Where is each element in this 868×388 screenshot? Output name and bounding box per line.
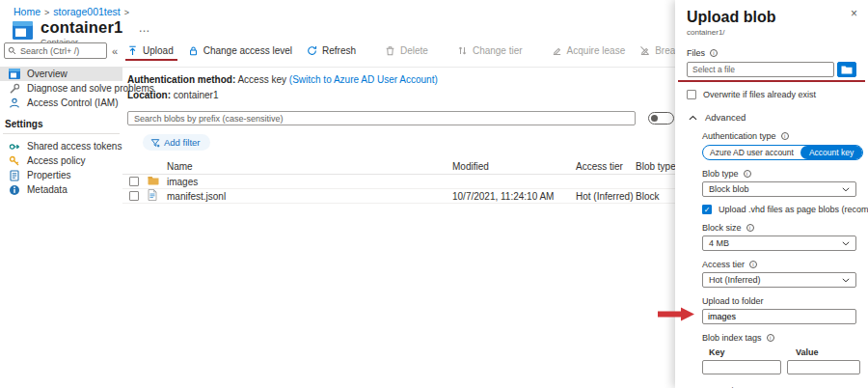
blob-type-select[interactable]: Block blob <box>702 181 856 197</box>
chevron-down-icon <box>842 241 850 246</box>
advanced-section-toggle[interactable]: Advanced <box>687 112 856 123</box>
chevron-down-icon <box>842 278 850 283</box>
blob-type-label: Blob type <box>702 169 739 179</box>
properties-icon <box>9 170 20 181</box>
info-icon: i <box>767 334 774 342</box>
access-tier-select[interactable]: Hot (Inferred) <box>702 272 856 288</box>
overwrite-checkbox-row[interactable]: Overwrite if files already exist <box>687 90 856 99</box>
vhd-checkbox[interactable]: ✓ <box>702 205 712 214</box>
diagnose-icon <box>9 83 20 95</box>
breadcrumb-separator: > <box>124 8 129 17</box>
panel-title: Upload blob <box>687 9 856 26</box>
col-header-name[interactable]: Name <box>167 161 452 172</box>
block-size-select[interactable]: 4 MB <box>702 236 856 251</box>
more-options-icon[interactable]: … <box>138 24 150 32</box>
sidebar-item-label: Overview <box>27 69 68 79</box>
add-filter-label: Add filter <box>164 137 201 148</box>
tags-value-header: Value <box>796 347 819 357</box>
sidebar-item-metadata[interactable]: Metadata <box>0 182 122 197</box>
auth-option-account-key[interactable]: Account key <box>800 146 862 159</box>
change-access-level-button[interactable]: Change access level <box>188 45 292 56</box>
main-content: Upload Change access level Refresh Delet… <box>122 41 675 388</box>
breadcrumb-separator: > <box>44 8 49 17</box>
sidebar-item-label: Access Control (IAM) <box>27 97 118 108</box>
auth-type-pill-toggle[interactable]: Azure AD user account Account key <box>702 145 863 160</box>
upload-button[interactable]: Upload <box>127 45 174 56</box>
filter-plus-icon <box>150 138 160 148</box>
blob-name-link[interactable]: images <box>167 177 452 187</box>
info-icon: i <box>744 170 751 178</box>
chevron-up-icon <box>689 115 697 121</box>
vhd-checkbox-row[interactable]: ✓ Upload .vhd files as page blobs (recom… <box>702 205 856 214</box>
breadcrumb-home-link[interactable]: Home <box>14 6 41 17</box>
sidebar-item-label: Metadata <box>27 184 68 195</box>
panel-path: container1/ <box>687 28 856 37</box>
row-checkbox[interactable] <box>129 177 139 186</box>
toolbar-label: Acquire lease <box>567 45 626 56</box>
info-icon: i <box>749 261 757 268</box>
blob-access-tier: Hot (Inferred) <box>576 191 636 202</box>
upload-blob-panel: × Upload blob container1/ Files i Overwr… <box>675 0 868 388</box>
break-lease-icon <box>639 45 650 56</box>
block-size-label: Block size <box>702 223 742 233</box>
overwrite-checkbox[interactable] <box>687 90 696 99</box>
sidebar-search-input[interactable] <box>4 42 107 59</box>
blob-index-tags-label: Blob index tags <box>702 333 762 343</box>
tag-value-input[interactable] <box>787 360 860 374</box>
sidebar-item-shared-access-tokens[interactable]: Shared access tokens <box>0 139 122 153</box>
file-select-input[interactable] <box>687 62 834 77</box>
folder-icon <box>148 176 159 185</box>
browse-files-button[interactable] <box>837 62 856 77</box>
delete-button[interactable]: Delete <box>385 45 428 56</box>
blob-prefix-search-input[interactable] <box>127 111 636 125</box>
col-header-modified[interactable]: Modified <box>452 161 576 172</box>
upload-to-folder-input[interactable] <box>702 309 856 324</box>
blob-type: Block <box>636 191 675 202</box>
sidebar-item-access-control[interactable]: Access Control (IAM) <box>0 96 122 110</box>
files-label: Files <box>687 48 705 58</box>
sidebar-item-access-policy[interactable]: Access policy <box>0 153 122 168</box>
col-header-access-tier[interactable]: Access tier <box>576 161 636 172</box>
toolbar-divider <box>122 67 675 68</box>
tag-key-input[interactable] <box>702 360 781 374</box>
sidebar-item-properties[interactable]: Properties <box>0 168 122 182</box>
sidebar: « Overview Diagnose and solve problems A… <box>0 42 122 388</box>
breadcrumb-storage-link[interactable]: storage001test <box>53 6 120 17</box>
table-header-row: Name Modified Access tier Blob type <box>122 159 675 175</box>
blob-modified: 10/7/2021, 11:24:10 AM <box>452 191 576 202</box>
info-icon: i <box>746 224 754 232</box>
access-tier-label: Access tier <box>702 260 745 269</box>
change-tier-button[interactable]: Change tier <box>457 45 523 56</box>
azure-portal-container-page: Home>storage001test> container1 … Contai… <box>0 0 868 388</box>
sidebar-item-diagnose[interactable]: Diagnose and solve problems <box>0 81 122 96</box>
annotation-underline <box>125 59 177 61</box>
col-header-blob-type[interactable]: Blob type <box>636 161 675 172</box>
auth-option-azure-ad[interactable]: Azure AD user account <box>703 146 800 159</box>
refresh-button[interactable]: Refresh <box>307 45 356 56</box>
blob-table: Name Modified Access tier Blob type imag… <box>122 159 675 204</box>
file-icon <box>148 189 157 201</box>
close-icon[interactable]: × <box>851 9 857 18</box>
search-icon <box>8 46 16 55</box>
add-filter-button[interactable]: Add filter <box>143 134 210 151</box>
switch-auth-link[interactable]: (Switch to Azure AD User Account) <box>289 74 438 85</box>
sidebar-item-overview[interactable]: Overview <box>0 67 122 81</box>
table-row[interactable]: manifest.jsonl 10/7/2021, 11:24:10 AM Ho… <box>122 189 675 204</box>
annotation-arrow-icon <box>658 307 694 321</box>
table-row[interactable]: images <box>122 175 675 189</box>
break-lease-button[interactable]: Break lease <box>639 45 675 56</box>
acquire-lease-button[interactable]: Acquire lease <box>552 45 626 56</box>
vhd-label: Upload .vhd files as page blobs (recomme… <box>719 205 868 214</box>
iam-person-icon <box>9 97 20 109</box>
row-checkbox[interactable] <box>129 191 139 201</box>
info-circle-icon <box>9 184 20 196</box>
shared-tokens-icon <box>9 141 20 152</box>
folder-browse-icon <box>841 66 853 74</box>
refresh-icon <box>307 45 317 56</box>
upload-to-folder-label: Upload to folder <box>702 296 764 306</box>
show-deleted-blobs-toggle[interactable] <box>648 112 674 125</box>
auth-type-label: Authentication type <box>702 131 776 141</box>
page-title: container1 <box>41 18 122 37</box>
sidebar-collapse-icon[interactable]: « <box>112 45 118 57</box>
blob-name-link[interactable]: manifest.jsonl <box>167 191 452 202</box>
